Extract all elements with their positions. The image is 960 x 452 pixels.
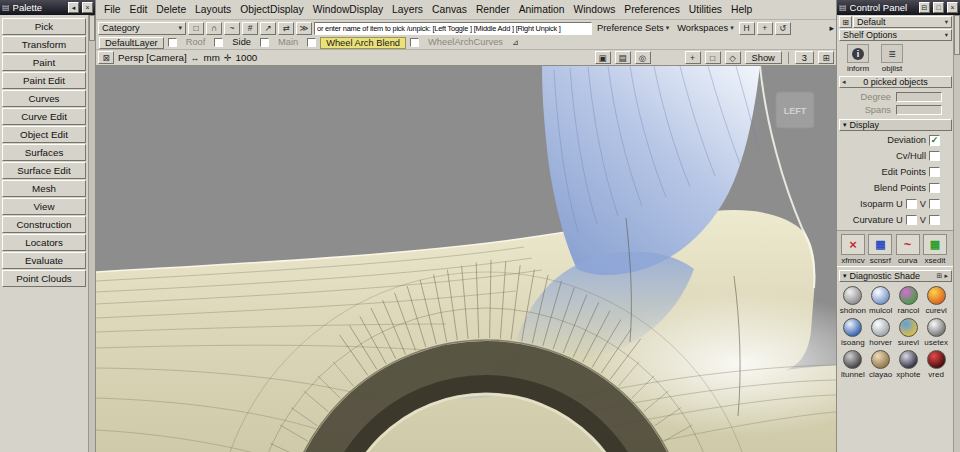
maximize-icon[interactable]: □ (933, 2, 944, 13)
palette-item-paint-edit[interactable]: Paint Edit (2, 72, 86, 89)
palette-item-point-clouds[interactable]: Point Clouds (2, 270, 86, 287)
shade-mode-surevl[interactable]: surevl (895, 318, 923, 347)
layer-main[interactable]: Main (273, 37, 303, 49)
shade-mode-horver[interactable]: horver (867, 318, 895, 347)
menu-utilities[interactable]: Utilities (689, 4, 722, 15)
history-icon[interactable]: ↺ (775, 22, 791, 35)
pick-prompt-input[interactable] (314, 22, 592, 35)
shade-mode-mulcol[interactable]: mulcol (867, 286, 895, 315)
viewport-panel-icon[interactable]: ⊠ (98, 51, 114, 64)
collapse-icon[interactable]: ◂ (68, 2, 79, 13)
chain-icon[interactable]: ≫ (296, 22, 312, 35)
minimize-icon[interactable]: ⊟ (919, 2, 930, 13)
shade-mode-clayao[interactable]: clayao (867, 350, 895, 379)
shade-mode-xphote[interactable]: xphote (895, 350, 923, 379)
layer-checkbox-roof[interactable] (168, 38, 177, 47)
menu-canvas[interactable]: Canvas (432, 4, 467, 15)
menu-windows[interactable]: Windows (574, 4, 616, 15)
palette-item-view[interactable]: View (2, 198, 86, 215)
expand-icon[interactable]: ▸ (944, 272, 948, 280)
layer-defaultlayer[interactable]: DefaultLayer (99, 37, 164, 49)
degree-field[interactable] (896, 92, 942, 102)
palette-scrollbar[interactable] (88, 15, 95, 452)
palette-item-transform[interactable]: Transform (2, 36, 86, 53)
cv-hull-toggle[interactable] (929, 151, 940, 161)
menu-edit[interactable]: Edit (130, 4, 148, 15)
palette-item-surface-edit[interactable]: Surface Edit (2, 162, 86, 179)
close-icon[interactable]: × (947, 2, 958, 13)
workspaces-dropdown[interactable]: Workspaces ▾ (674, 22, 737, 35)
layer-checkbox-side[interactable] (214, 38, 223, 47)
pointer-icon[interactable]: ↗ (260, 22, 276, 35)
menu-objectdisplay[interactable]: ObjectDisplay (240, 4, 304, 15)
menu-delete[interactable]: Delete (156, 4, 186, 15)
palette-item-evaluate[interactable]: Evaluate (2, 252, 86, 269)
selection-box-icon[interactable]: □ (188, 22, 204, 35)
shade-mode-vred[interactable]: vred (922, 350, 950, 379)
layer-wheelarchcurves[interactable]: WheelArchCurves (423, 37, 508, 49)
shelf-options-dropdown[interactable]: Shelf Options ▾ (839, 29, 952, 41)
curvature-u-toggle[interactable] (906, 215, 917, 225)
layer-roof[interactable]: Roof (181, 37, 211, 49)
blend-points-toggle[interactable] (929, 183, 940, 193)
curva-tool[interactable]: ~ curva (895, 234, 921, 265)
scroll-corner-icon[interactable]: ⊞ (818, 51, 834, 64)
palette-item-paint[interactable]: Paint (2, 54, 86, 71)
layer-checkbox-main[interactable] (260, 38, 269, 47)
palette-item-curve-edit[interactable]: Curve Edit (2, 108, 86, 125)
isoparm-u-toggle[interactable] (906, 199, 917, 209)
edit-points-toggle[interactable] (929, 167, 940, 177)
xfrmcv-tool[interactable]: × xfrmcv (840, 234, 866, 265)
palette-item-surfaces[interactable]: Surfaces (2, 144, 86, 161)
close-icon[interactable]: × (82, 2, 93, 13)
pane-count-button[interactable]: 3 (795, 51, 814, 64)
toolbar-overflow-arrow[interactable]: ▸ (829, 23, 834, 33)
control-panel-titlebar[interactable]: ▤ Control Panel ⊟ □ × (837, 0, 960, 15)
isoparm-v-toggle[interactable] (929, 199, 940, 209)
palette-item-curves[interactable]: Curves (2, 90, 86, 107)
curve-snap-icon[interactable]: ~ (224, 22, 240, 35)
spans-field[interactable] (896, 105, 942, 115)
grid-snap-icon[interactable]: # (242, 22, 258, 35)
shade-mode-usetex[interactable]: usetex (922, 318, 950, 347)
objlist-tool[interactable]: ≡ objlist (879, 44, 905, 73)
film-icon[interactable]: ▤ (615, 51, 631, 64)
inform-tool[interactable]: i inform (845, 44, 871, 73)
pencil-icon[interactable]: ⊿ (512, 38, 519, 47)
swap-icon[interactable]: ⇄ (278, 22, 294, 35)
layer-wheel-arch-blend[interactable]: Wheel Arch Blend (320, 37, 406, 49)
menu-render[interactable]: Render (476, 4, 510, 15)
paint-bucket-icon[interactable]: + (757, 22, 773, 35)
axes-icon[interactable]: + (685, 51, 701, 64)
menu-help[interactable]: Help (731, 4, 752, 15)
palette-item-construction[interactable]: Construction (2, 216, 86, 233)
palette-item-locators[interactable]: Locators (2, 234, 86, 251)
layer-checkbox-wheel-arch-blend[interactable] (307, 38, 316, 47)
hotkeys-icon[interactable]: H (739, 22, 755, 35)
xsedit-tool[interactable]: ▦ xsedit (922, 234, 948, 265)
shade-mode-shdnon[interactable]: shdnon (839, 286, 867, 315)
layer-side[interactable]: Side (227, 37, 256, 49)
layer-checkbox-wheelarchcurves[interactable] (410, 38, 419, 47)
menu-windowdisplay[interactable]: WindowDisplay (313, 4, 383, 15)
picked-objects-bar[interactable]: ◂ 0 picked objects (839, 76, 952, 88)
shade-mode-curevl[interactable]: curevl (922, 286, 950, 315)
zoom-icon[interactable]: ◎ (635, 51, 651, 64)
curvature-v-toggle[interactable] (929, 215, 940, 225)
menu-preferences[interactable]: Preferences (624, 4, 680, 15)
scnsrf-tool[interactable]: ▦ scnsrf (867, 234, 893, 265)
camera-icon[interactable]: ▣ (595, 51, 611, 64)
3d-viewport[interactable]: LEFT (96, 66, 836, 452)
menu-file[interactable]: File (104, 4, 121, 15)
diagnostic-shade-header[interactable]: ▾ Diagnostic Shade ⊞ ▸ (839, 270, 952, 282)
shelf-grid-icon[interactable]: ⊞ (839, 16, 852, 28)
palette-item-object-edit[interactable]: Object Edit (2, 126, 86, 143)
category-dropdown[interactable]: Category ▾ (98, 22, 186, 35)
shade-mode-ltunnel[interactable]: ltunnel (839, 350, 867, 379)
dock-icon[interactable]: ⊞ (937, 272, 943, 280)
palette-item-pick[interactable]: Pick (2, 18, 86, 35)
palette-titlebar[interactable]: ▤ Palette ◂ × (0, 0, 95, 15)
menu-layouts[interactable]: Layouts (195, 4, 231, 15)
scrollbar-thumb[interactable] (89, 15, 95, 41)
display-section-header[interactable]: ▾ Display (839, 119, 952, 131)
